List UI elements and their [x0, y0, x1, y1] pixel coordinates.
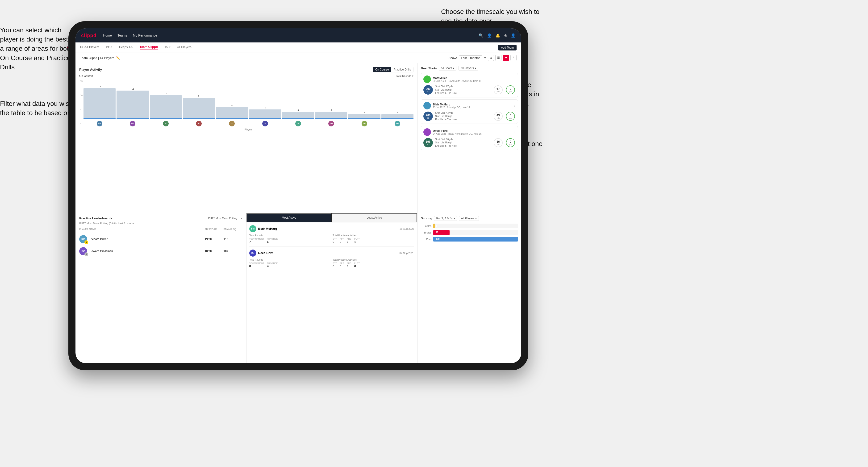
- chart-filter-dropdown[interactable]: Total Rounds ▾: [396, 74, 413, 77]
- nav-items: Home Teams My Performance: [103, 33, 472, 37]
- all-shots-filter[interactable]: All Shots ▾: [439, 66, 456, 70]
- scoring-bar-value-1: 96: [435, 231, 438, 234]
- scoring-row-birdies: Birdies 96: [421, 230, 518, 235]
- subnav-hcaps[interactable]: Hcaps 1-5: [119, 45, 133, 50]
- practice-stat-1: Practice 4: [267, 262, 278, 268]
- practice-activities-stats-0: GTT 0 APP 0 ARG 0 PUTT 1: [333, 238, 414, 244]
- activity-toggle-group: On Course Practice Drills: [373, 67, 413, 72]
- player-avatar-4[interactable]: EE: [216, 121, 248, 126]
- player-avatar-9[interactable]: LR: [381, 121, 413, 126]
- add-icon[interactable]: ⊕: [504, 33, 507, 38]
- nav-performance[interactable]: My Performance: [133, 33, 157, 37]
- notification-icon[interactable]: 🔔: [496, 33, 500, 38]
- nav-teams[interactable]: Teams: [118, 33, 127, 37]
- app-stat-1: APP 0: [340, 262, 344, 268]
- shot-card-1[interactable]: Blair McHarg 23 Jul 2023 · Ashridge GC, …: [421, 99, 518, 124]
- practice-filter-dropdown[interactable]: PUTT Must Make Putting ... ▾: [208, 217, 243, 220]
- subnav-pga[interactable]: PGA: [106, 45, 112, 50]
- player-avatar-8[interactable]: EC: [348, 121, 380, 126]
- scoring-par-filter[interactable]: Par 3, 4 & 5s ▾: [434, 216, 457, 221]
- player-avatar-3[interactable]: JC: [183, 121, 215, 126]
- player-name-0: Matt Miller: [433, 76, 512, 80]
- subnav-all-players[interactable]: All Players: [177, 45, 191, 50]
- active-avatar-1: RB: [249, 250, 256, 257]
- total-rounds-label-0: Total Rounds: [249, 234, 331, 237]
- practice-player-info-0: RB 1 Richard Butler: [79, 235, 205, 243]
- card-view-btn[interactable]: ♥: [503, 55, 509, 61]
- scoring-bar-value-2: 499: [435, 238, 440, 240]
- practice-drills-toggle[interactable]: Practice Drills: [391, 67, 413, 72]
- player-avatar-5[interactable]: GB: [249, 121, 281, 126]
- metric-zero-2: 0 yds: [505, 138, 516, 147]
- player-info-1: Blair McHarg 23 Jul 2023 · Ashridge GC, …: [433, 103, 512, 109]
- chevron-right-icon[interactable]: ›: [514, 104, 516, 107]
- gtt-stat-0: GTT 0: [333, 238, 337, 244]
- practice-activities-stats-1: GTT 0 APP 0 ARG 0 PUTT 0: [333, 262, 414, 268]
- player-avatar-2[interactable]: DF: [150, 121, 182, 126]
- shot-card-header-2: David Ford 24 Aug 2023 · Royal North Dev…: [423, 128, 516, 136]
- arg-stat-0: ARG 0: [347, 238, 351, 244]
- annotation-player-select: You can select which player is doing the…: [0, 26, 75, 72]
- least-active-tab[interactable]: Least Active: [332, 213, 417, 222]
- player-avatar-1[interactable]: BB: [117, 121, 149, 126]
- practice-title: Practice Leaderboards: [79, 217, 112, 220]
- list-view-btn[interactable]: ☰: [495, 55, 501, 61]
- player-info-0: Matt Miller 09 Jun 2023 · Royal North De…: [433, 76, 512, 82]
- best-shots-title: Best Shots: [421, 66, 437, 70]
- bar-group-4: 5: [216, 104, 248, 119]
- player-name-1: Blair McHarg: [433, 103, 512, 106]
- practice-activities-section-0: Total Practice Activities GTT 0 APP 0 AR…: [333, 234, 414, 244]
- subnav-tour[interactable]: Tour: [164, 45, 170, 50]
- nav-home[interactable]: Home: [103, 33, 112, 37]
- player-activity-title: Player Activity: [79, 68, 102, 71]
- most-active-tab[interactable]: Most Active: [247, 213, 332, 222]
- bar-group-0: 13: [84, 85, 116, 119]
- practice-stat-0: Practice 6: [267, 238, 278, 244]
- shot-desc-1: Shot Dist: 43 ydsStart Lie: RoughEnd Lie…: [435, 111, 491, 121]
- putt-stat-0: PUTT 1: [354, 238, 360, 244]
- profile-icon[interactable]: 👤: [511, 33, 516, 38]
- player-avatar-0[interactable]: BM: [84, 121, 116, 126]
- edit-icon[interactable]: ✏️: [116, 56, 120, 60]
- active-avatar-0: BM: [249, 225, 256, 232]
- scoring-players-filter[interactable]: All Players ▾: [459, 216, 479, 221]
- shot-card-2[interactable]: David Ford 24 Aug 2023 · Royal North Dev…: [421, 126, 518, 150]
- scoring-row-eagles: Eagles 3: [421, 224, 518, 228]
- scoring-label-0: Eagles: [421, 224, 431, 227]
- chevron-down-icon[interactable]: ▾: [484, 56, 486, 60]
- player-avatar-0: [423, 75, 431, 83]
- timescale-dropdown[interactable]: Last 3 months: [459, 55, 483, 60]
- scoring-bar-wrap-2: 499: [433, 237, 518, 242]
- show-label: Show:: [448, 56, 457, 60]
- shot-badge-1: 200 SG: [423, 112, 433, 121]
- practice-row-1: EC 2 Edward Crossman 18/20 107: [79, 245, 243, 257]
- view-icons: ⊞ ☰ ♥ ⋮: [488, 55, 517, 61]
- team-label: Team Clippd | 14 Players: [80, 56, 114, 60]
- chevron-right-icon[interactable]: ›: [514, 130, 516, 134]
- player-avatar-row: BMBBDFJCEEGBRBMMECLR: [84, 120, 413, 127]
- chevron-right-icon[interactable]: ›: [514, 77, 516, 81]
- bar-group-2: 10: [150, 92, 182, 119]
- bar-group-6: 3: [282, 109, 314, 119]
- player-avatar-6[interactable]: RB: [282, 121, 314, 126]
- active-date-1: 02 Sep 2023: [400, 252, 414, 254]
- player-detail-1: 23 Jul 2023 · Ashridge GC, Hole 15: [433, 106, 512, 109]
- app-logo: clippd: [81, 33, 96, 38]
- scoring-bars-container: Eagles 3 Birdies 96 Pars 499: [421, 224, 518, 242]
- tournament-stat-1: Tournament 8: [249, 262, 264, 268]
- chevron-down-icon: ▾: [475, 66, 476, 70]
- subnav-pgat[interactable]: PGAT Players: [80, 45, 99, 50]
- add-team-button[interactable]: Add Team: [498, 45, 517, 51]
- on-course-toggle[interactable]: On Course: [373, 67, 391, 72]
- pb-avg-0: 110: [224, 238, 243, 241]
- subnav-team-clippd[interactable]: Team Clippd: [140, 45, 158, 50]
- bar-chart: 1312109543322: [84, 79, 413, 120]
- player-avatar-7[interactable]: MM: [315, 121, 347, 126]
- shot-card-0[interactable]: Matt Miller 09 Jun 2023 · Royal North De…: [421, 73, 518, 97]
- all-players-filter[interactable]: All Players ▾: [458, 66, 478, 70]
- grid-view-btn[interactable]: ⊞: [488, 55, 494, 61]
- search-icon[interactable]: 🔍: [478, 33, 483, 38]
- options-btn[interactable]: ⋮: [510, 55, 517, 61]
- user-icon[interactable]: 👤: [487, 33, 492, 38]
- col-pb-avg: PB Avg SQ: [224, 228, 243, 231]
